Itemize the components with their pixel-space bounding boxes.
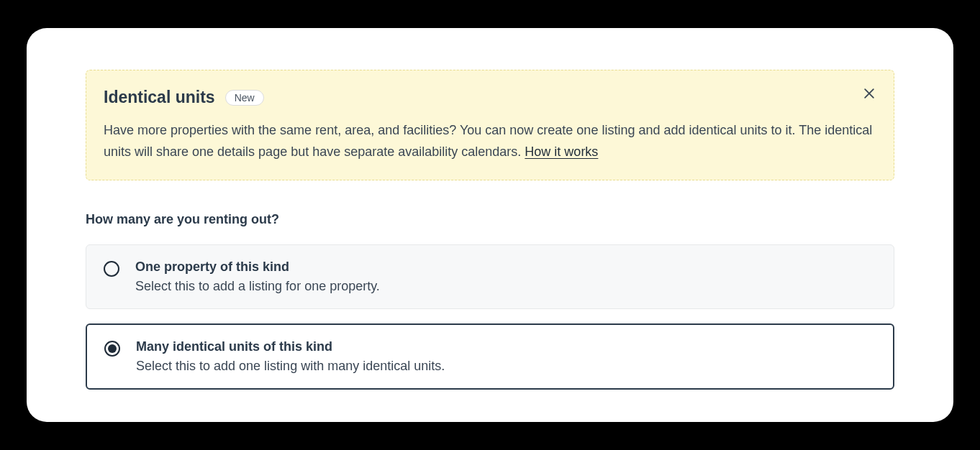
option-many-units[interactable]: Many identical units of this kind Select… [86,323,894,390]
option-content: Many identical units of this kind Select… [136,339,876,374]
option-desc: Select this to add one listing with many… [136,359,876,374]
info-notice: Identical units New Have more properties… [86,70,894,180]
option-desc: Select this to add a listing for one pro… [135,279,876,294]
option-one-property[interactable]: One property of this kind Select this to… [86,244,894,309]
close-button[interactable] [861,85,878,102]
notice-body: Have more properties with the same rent,… [104,120,874,162]
notice-text: Have more properties with the same rent,… [104,123,872,159]
how-it-works-link[interactable]: How it works [525,144,598,159]
new-badge: New [225,90,264,106]
option-content: One property of this kind Select this to… [135,260,876,294]
radio-checked-icon [104,341,120,357]
option-title: Many identical units of this kind [136,339,876,354]
close-icon [862,86,876,101]
option-title: One property of this kind [135,260,876,275]
form-card: Identical units New Have more properties… [27,28,953,422]
radio-unchecked-icon [104,261,119,277]
question-label: How many are you renting out? [86,212,894,227]
notice-header: Identical units New [104,88,874,107]
notice-title: Identical units [104,88,215,107]
